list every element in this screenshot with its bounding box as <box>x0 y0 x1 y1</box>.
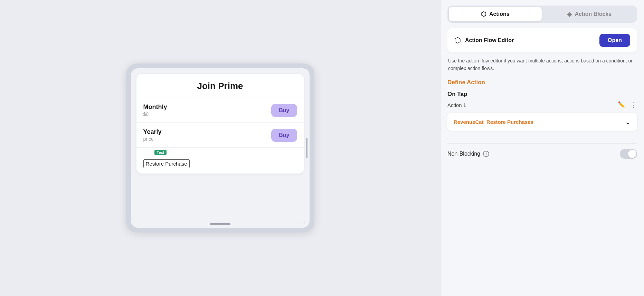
preview-card: Join Prime Monthly $0 Buy Yearly price B… <box>136 74 304 174</box>
editor-label: Action Flow Editor <box>465 37 514 43</box>
action-row: Action 1 ✏️ ⋮ <box>447 100 637 109</box>
yearly-plan-info: Yearly price <box>143 128 162 142</box>
monthly-plan-info: Monthly $0 <box>143 103 167 117</box>
yearly-plan-price: price <box>143 136 162 142</box>
editor-description: Use the action flow editor if you want m… <box>447 57 637 72</box>
tabs-row: ⬡ Actions ◈ Action Blocks <box>447 6 637 23</box>
info-icon[interactable]: i <box>483 151 489 157</box>
restore-purchase-text: Restore Purchase <box>143 159 190 168</box>
monthly-plan-name: Monthly <box>143 103 167 111</box>
monthly-buy-button[interactable]: Buy <box>271 104 297 117</box>
left-panel: Join Prime Monthly $0 Buy Yearly price B… <box>0 0 440 296</box>
on-tap-label: On Tap <box>447 91 637 98</box>
monthly-plan-price: $0 <box>143 111 167 117</box>
editor-box-left: ⬡ Action Flow Editor <box>454 36 514 45</box>
revenue-cat-text: RevenueCat Restore Purchases <box>454 119 533 125</box>
editor-box: ⬡ Action Flow Editor Open <box>447 28 637 52</box>
tab-actions[interactable]: ⬡ Actions <box>449 7 542 21</box>
action-blocks-icon: ◈ <box>567 10 572 18</box>
monthly-plan-row: Monthly $0 Buy <box>136 98 304 123</box>
restore-purchases-label: Restore Purchases <box>486 119 533 125</box>
non-blocking-label: Non-Blocking <box>447 151 480 157</box>
yearly-plan-name: Yearly <box>143 128 162 136</box>
non-blocking-row: Non-Blocking i <box>447 148 637 160</box>
define-action-label: Define Action <box>447 79 637 86</box>
more-options-button[interactable]: ⋮ <box>629 100 637 109</box>
toggle-knob <box>628 150 636 158</box>
restore-area: Text Restore Purchase <box>136 148 304 174</box>
edit-action-button[interactable]: ✏️ <box>617 100 626 109</box>
device-grip-icon: ⋰ <box>302 219 307 224</box>
yearly-plan-row: Yearly price Buy <box>136 123 304 148</box>
card-title: Join Prime <box>136 74 304 98</box>
yearly-buy-button[interactable]: Buy <box>271 129 297 142</box>
tab-action-blocks[interactable]: ◈ Action Blocks <box>543 7 636 21</box>
device-scrollbar <box>306 138 307 158</box>
action-blocks-tab-label: Action Blocks <box>575 11 612 17</box>
divider <box>447 143 637 144</box>
actions-icon: ⬡ <box>481 10 486 18</box>
action-name: Action 1 <box>447 102 466 108</box>
revenue-cat-label: RevenueCat <box>454 119 484 125</box>
action-icons: ✏️ ⋮ <box>617 100 637 109</box>
right-panel: ⬡ Actions ◈ Action Blocks ⬡ Action Flow … <box>440 0 644 296</box>
device-inner: Join Prime Monthly $0 Buy Yearly price B… <box>131 68 310 228</box>
actions-tab-label: Actions <box>489 11 510 17</box>
non-blocking-left: Non-Blocking i <box>447 151 489 157</box>
device-frame: Join Prime Monthly $0 Buy Yearly price B… <box>126 63 314 233</box>
non-blocking-toggle[interactable] <box>620 149 637 159</box>
device-home-bar <box>210 223 230 225</box>
editor-flow-icon: ⬡ <box>454 36 461 45</box>
text-tooltip: Text <box>154 150 167 155</box>
revenue-cat-row[interactable]: RevenueCat Restore Purchases ⌄ <box>447 113 637 131</box>
open-editor-button[interactable]: Open <box>599 34 630 47</box>
chevron-down-icon: ⌄ <box>625 118 631 126</box>
